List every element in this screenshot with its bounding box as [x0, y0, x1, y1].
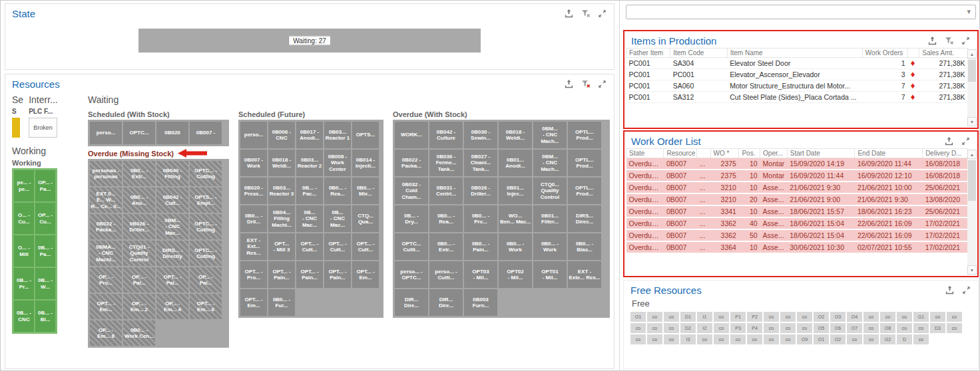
- resource-tile[interactable]: 0B0... - Mix...: [352, 178, 379, 204]
- resource-tile[interactable]: OPT... - Cutt...: [352, 233, 379, 260]
- resource-tile[interactable]: 0B0... - Rea...: [429, 205, 463, 232]
- free-resource-tile[interactable]: co: [797, 323, 812, 333]
- resource-tile[interactable]: OPTC...: [123, 122, 155, 144]
- working-resource-tile[interactable]: 0B... - Pa...: [35, 235, 55, 267]
- free-resource-tile[interactable]: P3: [730, 323, 746, 333]
- free-resource-tile[interactable]: co: [780, 334, 796, 344]
- free-resource-tile[interactable]: O1: [630, 312, 646, 322]
- broken-resource-tile[interactable]: Broken: [29, 118, 57, 138]
- free-resource-tile[interactable]: O9: [797, 334, 812, 344]
- items-scrollbar[interactable]: ▲ ▼: [967, 49, 977, 126]
- resource-tile[interactable]: OP... - Em... 2: [123, 294, 155, 319]
- resource-tile[interactable]: perso... - Cutti...: [429, 261, 463, 288]
- resource-tile[interactable]: 0B008 - Work Center: [324, 150, 351, 176]
- free-resource-tile[interactable]: O6: [830, 323, 846, 333]
- resource-tile[interactable]: 0B007 - Work: [240, 150, 267, 176]
- free-resource-tile[interactable]: co: [714, 312, 729, 322]
- clear-filter-icon[interactable]: [943, 36, 954, 47]
- resource-tile[interactable]: OPT... - Em...: [352, 261, 379, 288]
- work-order-row[interactable]: Overdue... 0B007 ... 3210 20 Asse... 21/…: [626, 193, 968, 205]
- free-resource-tile[interactable]: co: [664, 323, 679, 333]
- item-row[interactable]: PC001 SA312 Cut Steel Plate (Sides)_Plac…: [626, 92, 968, 103]
- expand-icon[interactable]: [960, 36, 971, 47]
- col-header-delivery-date[interactable]: Delivery D...: [923, 149, 968, 158]
- clear-filter-active-icon[interactable]: [580, 79, 591, 90]
- resource-tile[interactable]: OPT... - Em...: [240, 289, 267, 316]
- col-header-resource[interactable]: Resource: [664, 149, 697, 158]
- resource-tile[interactable]: OPTL... Prod...: [568, 150, 601, 176]
- resource-tile[interactable]: 0B0... - Work: [533, 233, 567, 260]
- resource-tile[interactable]: OPT02 - Mil...: [499, 261, 532, 288]
- free-resource-tile[interactable]: O2: [830, 334, 846, 344]
- free-resource-tile[interactable]: O1: [814, 334, 829, 344]
- resource-tile[interactable]: OPT... - Em... 6: [190, 294, 222, 319]
- resource-tile[interactable]: OPT... - Pain...: [296, 261, 323, 288]
- expand-icon[interactable]: [597, 9, 607, 19]
- free-resource-tile[interactable]: co: [947, 323, 962, 333]
- resource-tile[interactable]: OPT... - Pain...: [324, 261, 351, 288]
- resource-tile[interactable]: 0B030 - Sewin...: [464, 122, 497, 148]
- col-header-state[interactable]: State: [626, 149, 664, 158]
- resource-tile[interactable]: 0BM... - CNC Mac...: [156, 214, 188, 239]
- resource-tile[interactable]: 0B006 - CNC: [268, 122, 295, 148]
- free-resource-tile[interactable]: O3: [830, 312, 846, 322]
- resource-tile[interactable]: 0B0... - Pre...: [464, 205, 497, 232]
- work-order-row[interactable]: Overdue... 0B007 ... 2375 10 Montar 16/0…: [626, 170, 968, 182]
- free-resource-tile[interactable]: O5: [814, 323, 829, 333]
- free-resource-tile[interactable]: G2: [880, 334, 895, 344]
- resource-tile[interactable]: 0B020 - Press...: [240, 178, 267, 204]
- resource-tile[interactable]: personas - personas: [90, 161, 122, 186]
- clear-filter-icon[interactable]: [580, 9, 591, 19]
- work-order-row[interactable]: Overdue... 0B007 ... 2375 10 Montar 15/0…: [626, 158, 968, 170]
- work-order-row[interactable]: Overdue... 0B007 ... 3364 10 Asse... 30/…: [626, 241, 968, 253]
- resource-tile[interactable]: OPTC... Cutti...: [395, 233, 428, 260]
- filter-combobox[interactable]: ▾: [626, 5, 976, 19]
- export-icon[interactable]: [944, 285, 955, 296]
- resource-tile[interactable]: 0B03... Reactor 3: [268, 178, 295, 204]
- working-resource-tile[interactable]: 0B... - CNC: [14, 301, 34, 332]
- resource-tile[interactable]: OPTC... - Cutting: [190, 161, 222, 186]
- free-resource-tile[interactable]: co: [647, 323, 662, 333]
- resource-tile[interactable]: CTQ... Qua...: [352, 205, 379, 232]
- expand-icon[interactable]: [961, 285, 971, 296]
- scroll-thumb[interactable]: [968, 60, 976, 82]
- resource-tile[interactable]: 0B031 - Centri...: [429, 178, 463, 204]
- resource-tile[interactable]: 0B022 - Packa...: [395, 150, 428, 176]
- free-resource-tile[interactable]: co: [697, 334, 712, 344]
- col-header-work-orders[interactable]: Work Orders: [862, 49, 907, 58]
- resource-tile[interactable]: OPTL... Prod...: [568, 122, 601, 148]
- chevron-down-icon[interactable]: ▾: [967, 7, 971, 16]
- free-resource-tile[interactable]: co: [947, 312, 962, 322]
- free-resource-tile[interactable]: co: [714, 334, 729, 344]
- resource-tile[interactable]: EXT - Exte... Res...: [568, 261, 601, 288]
- export-icon[interactable]: [943, 136, 954, 147]
- scroll-down-icon[interactable]: ▼: [967, 117, 977, 126]
- free-resource-tile[interactable]: co: [747, 334, 762, 344]
- resource-tile[interactable]: OPTC... - Cutting: [190, 214, 222, 239]
- resource-tile[interactable]: OPTS... - Empl...: [190, 187, 222, 213]
- resource-tile[interactable]: DIR... Dire...: [429, 289, 463, 316]
- free-resource-tile[interactable]: co: [863, 312, 879, 322]
- scroll-track[interactable]: [967, 59, 977, 117]
- free-resource-tile[interactable]: D1: [680, 312, 696, 322]
- export-icon[interactable]: [563, 9, 574, 19]
- free-resource-tile[interactable]: co: [897, 323, 912, 333]
- col-header-oper[interactable]: Oper...: [760, 149, 788, 158]
- resource-tile[interactable]: 0B018 - Weldi...: [499, 122, 532, 148]
- working-resource-tile[interactable]: OP... - Cu...: [35, 203, 55, 234]
- free-resource-tile[interactable]: I1: [697, 312, 712, 322]
- resource-tile[interactable]: 0B007 -: [190, 122, 222, 144]
- working-resource-tile[interactable]: 0B... - W...: [35, 268, 55, 299]
- resource-tile[interactable]: 0B018 - Weldi...: [268, 150, 295, 176]
- col-header-more[interactable]: [697, 149, 710, 158]
- col-header-end-date[interactable]: End Date: [855, 149, 923, 158]
- free-resource-tile[interactable]: P1: [730, 312, 746, 322]
- resource-tile[interactable]: 0BMA... - CNC Machi...: [90, 241, 122, 266]
- expand-icon[interactable]: [960, 136, 971, 147]
- free-resource-tile[interactable]: O2: [814, 312, 829, 322]
- resource-tile[interactable]: WORK...: [395, 122, 428, 148]
- free-resource-tile[interactable]: co: [780, 323, 796, 333]
- scroll-up-icon[interactable]: ▲: [967, 49, 977, 59]
- free-resource-tile[interactable]: I3: [680, 334, 696, 344]
- resource-tile[interactable]: 0BM... - CNC Mach...: [533, 122, 567, 148]
